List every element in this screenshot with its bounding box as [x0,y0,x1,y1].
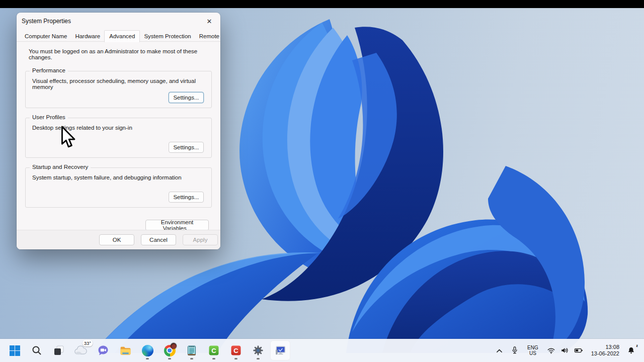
environment-variables-row: Environment Variables... [25,220,212,231]
startup-recovery-label: Startup and Recovery [30,164,91,170]
search-button[interactable] [27,340,47,360]
language-line2: US [527,350,538,356]
performance-settings-button[interactable]: Settings... [169,92,204,103]
edge-icon [142,345,153,356]
tab-computer-name[interactable]: Computer Name [21,31,71,42]
user-profiles-groupbox: User Profiles Desktop settings related t… [25,118,212,158]
task-view-button[interactable] [49,340,69,360]
windows-start-icon [9,345,21,356]
chrome-profile-badge [171,343,177,349]
edge-button[interactable] [137,340,157,360]
start-button[interactable] [5,340,25,360]
settings-button[interactable] [248,340,268,360]
camtasia-green-button[interactable]: C [204,340,224,360]
camtasia-green-running-indicator [212,358,215,359]
dialog-title: System Properties [22,18,71,25]
camtasia-red-running-indicator [234,358,237,359]
weather-widget-button[interactable]: 33° [71,340,91,360]
user-profiles-settings-button[interactable]: Settings... [169,142,204,153]
hidden-icons-button[interactable] [494,345,505,356]
dialog-footer: OK Cancel Apply [17,230,220,249]
chat-icon [97,344,109,356]
tab-advanced[interactable]: Advanced [104,30,140,42]
chevron-up-icon [496,347,503,354]
search-icon [31,345,42,356]
user-profiles-label: User Profiles [30,114,68,120]
dialog-tab-strip: Computer Name Hardware Advanced System P… [17,29,220,42]
tab-remote[interactable]: Remote [195,31,220,42]
tray-date: 13-06-2022 [591,350,619,357]
settings-running-indicator [257,358,260,359]
startup-recovery-settings-button[interactable]: Settings... [169,192,204,203]
speaker-icon [559,345,570,355]
performance-groupbox: Performance Visual effects, processor sc… [25,71,212,108]
svg-text:C: C [233,347,238,354]
notepad-button[interactable] [182,340,202,360]
dialog-content: You must be logged on as an Administrato… [17,48,220,231]
wifi-icon [546,345,556,355]
microphone-icon [510,345,520,356]
system-properties-dialog: System Properties ✕ Computer Name Hardwa… [17,13,220,249]
battery-icon [573,345,584,355]
file-explorer-button[interactable] [115,340,135,360]
focus-assist-bell-icon [626,345,636,355]
tab-system-protection[interactable]: System Protection [140,31,195,42]
apply-button[interactable]: Apply [183,234,218,245]
taskbar-left-icons: 33° [0,340,290,360]
cancel-button[interactable]: Cancel [141,234,176,245]
tab-hardware[interactable]: Hardware [71,31,104,42]
system-properties-taskbar-button[interactable] [270,340,290,360]
clock-and-date[interactable]: 13:08 13-06-2022 [589,343,621,358]
ok-button[interactable]: OK [99,234,134,245]
system-properties-icon [274,344,287,357]
language-indicator[interactable]: ENG US [525,344,541,357]
camtasia-green-icon: C [208,344,220,356]
notification-bell-button[interactable]: z [625,343,637,357]
edge-running-indicator [146,358,149,359]
startup-recovery-groupbox: Startup and Recovery System startup, sys… [25,167,212,208]
camtasia-red-button[interactable]: C [226,340,246,360]
environment-variables-button[interactable]: Environment Variables... [145,220,209,231]
svg-text:C: C [211,347,216,354]
dialog-titlebar[interactable]: System Properties ✕ [17,13,220,29]
chrome-running-indicator [168,358,171,359]
network-volume-battery-button[interactable] [544,343,586,357]
weather-temp-badge: 33° [83,340,93,346]
chat-button[interactable] [93,340,113,360]
taskbar: 33° [0,339,644,362]
language-line1: ENG [527,345,538,350]
system-tray: ENG US 13:08 [494,343,644,358]
microphone-tray-button[interactable] [508,343,521,358]
notepad-icon [186,344,198,356]
performance-description: Visual effects, processor scheduling, me… [26,71,211,90]
admin-note: You must be logged on as an Administrato… [29,48,212,60]
camtasia-red-icon: C [230,344,242,356]
chrome-button[interactable] [159,340,180,360]
performance-label: Performance [30,67,68,73]
letterbox-top [0,0,644,8]
task-view-icon [53,344,65,356]
settings-gear-icon [252,344,264,356]
tray-time: 13:08 [591,344,619,351]
file-explorer-icon [119,344,132,357]
focus-assist-z-badge: z [636,343,638,348]
notepad-running-indicator [190,358,193,359]
close-icon[interactable]: ✕ [202,15,216,27]
